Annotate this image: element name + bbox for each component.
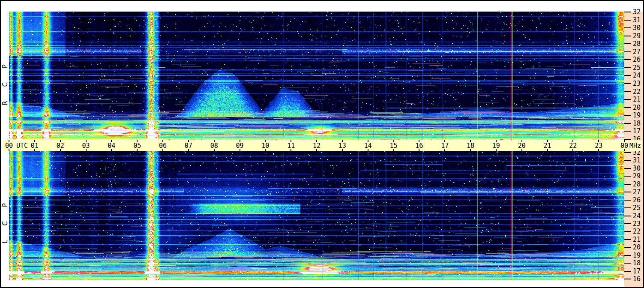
hour-label: 00 [5,142,13,150]
freq-tick [624,51,631,52]
hour-label: 20 [518,142,526,150]
freq-label: 31 [633,16,641,24]
freq-tick [624,239,631,240]
freq-label: 18 [633,120,641,127]
freq-label: 19 [633,111,641,119]
freq-tick [624,83,631,84]
freq-label: 20 [633,104,641,111]
freq-label: 21 [633,236,641,243]
utc-unit-label: UTC [16,142,28,150]
freq-label: 27 [633,48,641,56]
hour-label: 03 [82,142,90,150]
lcp-polarization-label: L C P [1,197,9,243]
freq-tick [624,223,631,224]
freq-tick [624,271,631,272]
freq-label: 30 [633,165,641,172]
freq-label: 27 [633,188,641,196]
hour-label: 08 [210,142,218,150]
freq-label: 16 [633,275,641,283]
hour-label: 01 [31,142,39,150]
freq-label: 23 [633,220,641,228]
freq-label: 20 [633,243,641,251]
freq-tick [624,207,631,208]
hour-label: 04 [108,142,115,150]
lcp-spectrogram [9,151,624,280]
freq-label: 28 [633,180,641,188]
hour-label: 10 [261,142,269,150]
freq-tick [624,263,631,264]
freq-label: 23 [633,80,641,87]
freq-label: 31 [633,156,641,164]
freq-tick [624,123,631,124]
freq-tick [624,107,631,108]
mhz-unit-label: MHz [629,142,641,150]
freq-tick [624,99,631,100]
hour-label: 11 [287,142,295,150]
freq-label: 21 [633,96,641,103]
freq-label: 28 [633,40,641,48]
freq-tick [624,192,631,192]
freq-tick [624,184,631,185]
freq-tick [624,115,631,116]
hour-label: 18 [467,142,474,150]
freq-tick [624,216,631,216]
freq-label: 19 [633,252,641,259]
freq-tick [624,12,631,12]
rcp-polarization-label: R C P [1,58,9,105]
freq-label: 22 [633,88,641,96]
freq-tick [624,131,631,132]
freq-label: 17 [633,127,641,135]
freq-tick [624,255,631,256]
hour-label: 14 [364,142,372,150]
freq-tick [624,168,631,169]
hour-label: 12 [313,142,321,150]
hour-label: 19 [492,142,500,150]
freq-tick [624,200,631,201]
freq-label: 29 [633,172,641,180]
rcp-spectrogram [9,12,624,140]
freq-tick [624,247,631,248]
hour-label: 13 [338,142,346,150]
freq-tick [624,27,631,28]
freq-tick [624,160,631,161]
freq-label: 24 [633,212,641,220]
freq-tick [624,67,631,68]
freq-label: 26 [633,196,641,204]
freq-tick [624,176,631,177]
title-bar: AJ4CO Observatory 30 Jul 2024 - DPS on T… [1,1,643,12]
hour-label: 15 [389,142,397,150]
hour-label: 21 [543,142,551,150]
freq-label: 25 [633,64,641,72]
observatory-spectrogram-window: AJ4CO Observatory 30 Jul 2024 - DPS on T… [0,0,644,288]
freq-label: 18 [633,259,641,267]
freq-label: 17 [633,267,641,275]
freq-tick [624,36,631,36]
freq-tick [624,59,631,60]
freq-label: 24 [633,72,641,79]
freq-label: 32 [633,8,641,16]
hour-label: 23 [595,142,602,150]
freq-tick [624,91,631,92]
freq-label: 29 [633,32,641,40]
freq-label: 26 [633,56,641,63]
hour-label: 07 [185,142,192,150]
freq-label: 30 [633,24,641,32]
freq-tick [624,43,631,44]
freq-tick [624,75,631,76]
freq-tick [624,20,631,21]
freq-tick [624,152,631,153]
hour-label: 00 [620,142,628,150]
freq-tick [624,279,631,279]
hour-label: 05 [133,142,141,150]
hour-label: 09 [236,142,243,150]
freq-tick [624,231,631,232]
freq-label: 25 [633,204,641,212]
freq-label: 22 [633,228,641,235]
hour-label: 06 [159,142,167,150]
hour-label: 17 [441,142,449,150]
time-axis: 0001020304050607080910111213141516171819… [3,140,642,151]
hour-label: 02 [57,142,64,150]
freq-tick [624,139,631,140]
hour-label: 16 [415,142,423,150]
hour-label: 22 [569,142,577,150]
